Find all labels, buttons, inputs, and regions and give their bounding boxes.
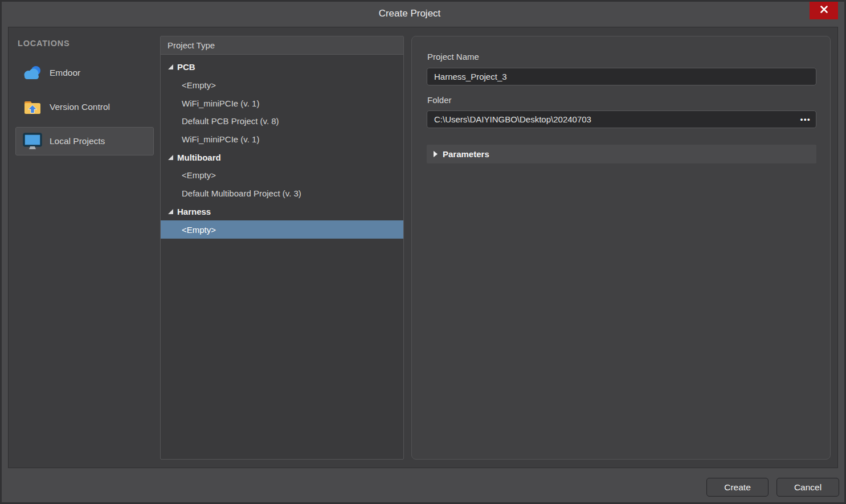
- dialog-body: LOCATIONS EmdoorVersion ControlLocal Pro…: [8, 27, 838, 468]
- locations-heading: LOCATIONS: [18, 39, 70, 48]
- folder-path-input[interactable]: [427, 110, 816, 128]
- project-type-panel: Project Type PCB<Empty>WiFi_miniPCIe (v.…: [160, 36, 404, 460]
- expanded-triangle-icon: [168, 209, 173, 214]
- tree-node-label: WiFi_miniPCIe (v. 1): [182, 99, 259, 108]
- tree-node-label: Multiboard: [177, 153, 221, 162]
- sidebar-item-label: Local Projects: [50, 136, 105, 146]
- tree-item-default-multiboard-project-v-3[interactable]: Default Multiboard Project (v. 3): [161, 185, 403, 203]
- tree-node-label: <Empty>: [182, 170, 216, 180]
- tree-node-label: <Empty>: [182, 225, 216, 235]
- project-name-label: Project Name: [427, 52, 479, 62]
- monitor-icon: [23, 133, 42, 150]
- sidebar-item-local-projects[interactable]: Local Projects: [15, 127, 154, 155]
- tree-item-empty[interactable]: <Empty>: [161, 166, 403, 185]
- tree-node-label: Default PCB Project (v. 8): [182, 116, 279, 126]
- create-button[interactable]: Create: [706, 478, 769, 497]
- title-bar: Create Project: [2, 2, 844, 27]
- project-type-tree: PCB<Empty>WiFi_miniPCIe (v. 1)Default PC…: [161, 55, 403, 239]
- cloud-icon: [23, 64, 42, 81]
- tree-node-label: Harness: [177, 207, 211, 216]
- folder-upload-icon: [23, 99, 42, 116]
- browse-folder-button[interactable]: •••: [800, 110, 811, 128]
- tree-category-pcb[interactable]: PCB: [161, 58, 403, 76]
- sidebar-item-label: Version Control: [50, 102, 110, 112]
- tree-node-label: <Empty>: [182, 80, 216, 90]
- close-icon: [820, 5, 828, 16]
- parameters-label: Parameters: [443, 149, 489, 159]
- locations-list: EmdoorVersion ControlLocal Projects: [15, 59, 154, 161]
- sidebar-item-version-control[interactable]: Version Control: [15, 93, 154, 121]
- tree-category-harness[interactable]: Harness: [161, 203, 403, 221]
- tree-item-wifi-minipcie-v-1[interactable]: WiFi_miniPCIe (v. 1): [161, 94, 403, 112]
- tree-node-label: PCB: [177, 62, 195, 72]
- expanded-triangle-icon: [168, 64, 173, 69]
- expanded-triangle-icon: [168, 155, 173, 160]
- folder-label: Folder: [427, 95, 452, 105]
- create-project-dialog: { "window": { "title": "Create Project" …: [0, 0, 846, 504]
- tree-item-empty[interactable]: <Empty>: [161, 76, 403, 95]
- tree-node-label: WiFi_miniPCIe (v. 1): [182, 134, 259, 144]
- project-type-header: Project Type: [161, 36, 403, 55]
- tree-item-default-pcb-project-v-8[interactable]: Default PCB Project (v. 8): [161, 112, 403, 130]
- sidebar-item-emdoor[interactable]: Emdoor: [15, 59, 154, 87]
- tree-category-multiboard[interactable]: Multiboard: [161, 148, 403, 166]
- chevron-right-icon: [434, 151, 438, 157]
- tree-item-empty[interactable]: <Empty>: [161, 220, 403, 239]
- project-name-input[interactable]: [427, 68, 816, 85]
- project-name-field: [427, 68, 816, 85]
- cancel-button[interactable]: Cancel: [776, 478, 839, 497]
- sidebar-item-label: Emdoor: [50, 68, 80, 78]
- close-button[interactable]: [810, 2, 838, 19]
- dialog-title: Create Project: [2, 8, 818, 19]
- tree-node-label: Default Multiboard Project (v. 3): [182, 189, 301, 198]
- tree-item-wifi-minipcie-v-1[interactable]: WiFi_miniPCIe (v. 1): [161, 130, 403, 149]
- parameters-section-header[interactable]: Parameters: [427, 145, 816, 163]
- project-details-panel: Project Name Folder ••• Parameters: [411, 36, 831, 460]
- folder-field: •••: [427, 110, 816, 128]
